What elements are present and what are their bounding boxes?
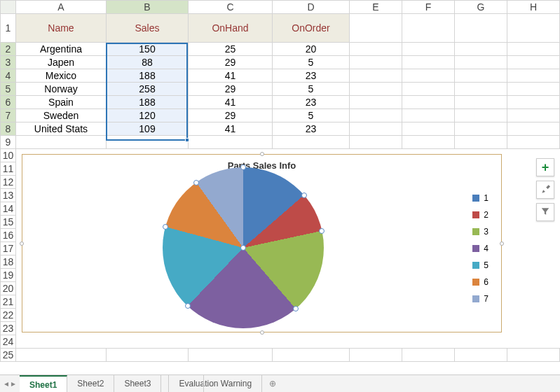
cell[interactable] xyxy=(189,136,273,149)
cell[interactable] xyxy=(16,136,107,149)
cell[interactable] xyxy=(16,349,107,362)
chart-filter-button[interactable] xyxy=(536,203,554,221)
row-16[interactable]: 16 xyxy=(1,229,16,242)
cell[interactable]: 41 xyxy=(189,122,273,136)
cell-D1[interactable]: OnOrder xyxy=(273,14,350,43)
cell[interactable] xyxy=(507,69,560,83)
cell[interactable] xyxy=(402,349,455,362)
row-12[interactable]: 12 xyxy=(1,176,16,189)
cell[interactable] xyxy=(350,69,402,83)
chart-styles-button[interactable] xyxy=(536,181,554,199)
cell[interactable] xyxy=(507,349,560,362)
legend-item[interactable]: 2 xyxy=(472,206,489,223)
row-24[interactable]: 24 xyxy=(1,335,16,349)
cell[interactable]: 23 xyxy=(273,96,350,109)
cell[interactable] xyxy=(507,56,560,69)
cell[interactable] xyxy=(273,136,350,149)
cell[interactable] xyxy=(455,136,507,149)
row-5[interactable]: 5 xyxy=(1,83,16,96)
sheet-tab-warning[interactable]: Evaluation Warning xyxy=(168,375,262,392)
cell[interactable] xyxy=(455,14,507,43)
row-23[interactable]: 23 xyxy=(1,322,16,335)
pie-handle[interactable] xyxy=(301,192,307,198)
cell[interactable] xyxy=(350,109,402,122)
cell[interactable] xyxy=(402,56,455,69)
col-E[interactable]: E xyxy=(350,1,402,14)
row-7[interactable]: 7 xyxy=(1,109,16,122)
row-20[interactable]: 20 xyxy=(1,282,16,295)
cell[interactable] xyxy=(402,69,455,83)
cell[interactable] xyxy=(107,349,189,362)
col-F[interactable]: F xyxy=(402,1,455,14)
sheet-tab-1[interactable]: Sheet1 xyxy=(20,375,67,392)
col-B[interactable]: B xyxy=(107,1,189,14)
row-19[interactable]: 19 xyxy=(1,269,16,282)
legend-item[interactable]: 1 xyxy=(472,190,489,206)
cell[interactable]: 150 xyxy=(107,43,189,56)
cell[interactable] xyxy=(350,83,402,96)
cell[interactable]: 29 xyxy=(189,56,273,69)
cell[interactable] xyxy=(507,136,560,149)
cell[interactable]: 23 xyxy=(273,69,350,83)
cell[interactable]: 258 xyxy=(107,83,189,96)
cell[interactable] xyxy=(189,349,273,362)
col-C[interactable]: C xyxy=(189,1,273,14)
legend-item[interactable]: 5 xyxy=(472,257,489,274)
tab-nav-first-icon[interactable]: ◂ xyxy=(4,379,8,388)
row-17[interactable]: 17 xyxy=(1,242,16,255)
cell[interactable] xyxy=(402,43,455,56)
cell[interactable] xyxy=(455,122,507,136)
resize-handle[interactable] xyxy=(20,241,24,246)
tab-nav-next-icon[interactable]: ▸ xyxy=(11,379,15,388)
cell[interactable]: 41 xyxy=(189,96,273,109)
cell[interactable] xyxy=(350,14,402,43)
chart-legend[interactable]: 1234567 xyxy=(472,190,489,307)
legend-item[interactable]: 3 xyxy=(472,223,489,240)
cell[interactable]: 41 xyxy=(189,69,273,83)
col-G[interactable]: G xyxy=(455,1,507,14)
cell[interactable] xyxy=(350,122,402,136)
cell[interactable]: 109 xyxy=(107,122,189,136)
cell[interactable]: 188 xyxy=(107,69,189,83)
legend-item[interactable]: 4 xyxy=(472,240,489,257)
cell[interactable] xyxy=(507,14,560,43)
row-22[interactable]: 22 xyxy=(1,309,16,322)
cell-C1[interactable]: OnHand xyxy=(189,14,273,43)
cell[interactable] xyxy=(455,109,507,122)
cell[interactable]: 25 xyxy=(189,43,273,56)
row-6[interactable]: 6 xyxy=(1,96,16,109)
cell[interactable] xyxy=(507,43,560,56)
cell-B1[interactable]: Sales xyxy=(107,14,189,43)
row-8[interactable]: 8 xyxy=(1,122,16,136)
resize-handle[interactable] xyxy=(260,152,264,156)
cell[interactable] xyxy=(455,349,507,362)
row-2[interactable]: 2 xyxy=(1,43,16,56)
row-3[interactable]: 3 xyxy=(1,56,16,69)
cell[interactable]: 120 xyxy=(107,109,189,122)
cell[interactable]: Spain xyxy=(16,96,107,109)
row-15[interactable]: 15 xyxy=(1,216,16,229)
cell[interactable] xyxy=(402,96,455,109)
select-all-corner[interactable] xyxy=(1,1,16,14)
pie-center-handle[interactable] xyxy=(240,245,246,251)
row-9[interactable]: 9 xyxy=(1,136,16,149)
cell[interactable]: 20 xyxy=(273,43,350,56)
cell[interactable] xyxy=(455,56,507,69)
col-A[interactable]: A xyxy=(16,1,107,14)
cell[interactable] xyxy=(507,96,560,109)
pie-handle[interactable] xyxy=(193,180,199,186)
cell-A1[interactable]: Name xyxy=(16,14,107,43)
row-10[interactable]: 10 xyxy=(1,149,16,162)
cell[interactable] xyxy=(350,43,402,56)
cell[interactable] xyxy=(107,136,189,149)
cell[interactable] xyxy=(350,56,402,69)
pie-handle[interactable] xyxy=(163,224,168,230)
cell[interactable]: 29 xyxy=(189,83,273,96)
cell[interactable]: 88 xyxy=(107,56,189,69)
new-sheet-button[interactable]: ⊕ xyxy=(262,379,283,388)
pie-handle[interactable] xyxy=(240,164,246,170)
pie-plot-area[interactable] xyxy=(163,167,324,328)
legend-item[interactable]: 6 xyxy=(472,274,489,290)
cell[interactable] xyxy=(455,69,507,83)
cell[interactable]: Argentina xyxy=(16,43,107,56)
